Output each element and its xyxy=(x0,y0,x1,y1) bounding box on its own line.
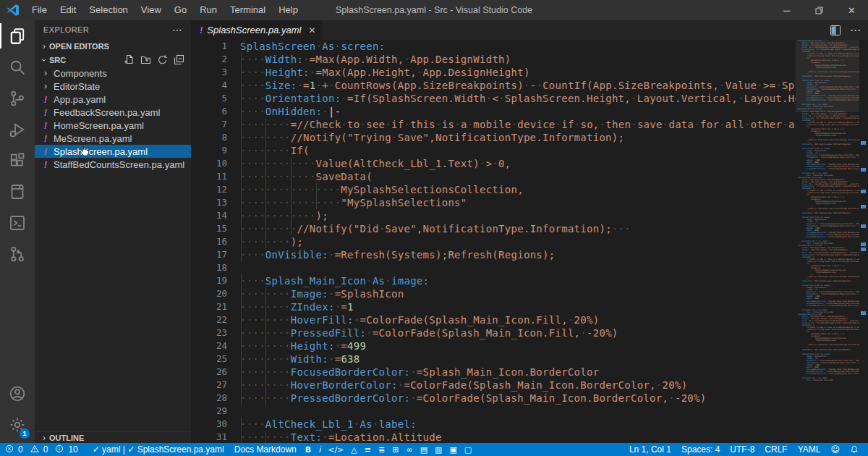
outline-section[interactable]: › OUTLINE xyxy=(35,431,191,443)
run-debug-icon[interactable] xyxy=(0,114,35,145)
tree-item-splashscreen-pa-yaml[interactable]: !SplashScreen.pa.yaml xyxy=(35,145,191,158)
file-import-icon[interactable]: ▥ xyxy=(431,445,446,455)
status-notifications[interactable] xyxy=(845,443,864,456)
code-line-23[interactable]: 23········PressedFill:·=ColorFade(Splash… xyxy=(191,326,796,339)
menu-run[interactable]: Run xyxy=(193,0,224,20)
code-line-26[interactable]: 26········FocusedBorderColor:·=Splash_Ma… xyxy=(191,366,796,379)
minimize-button[interactable]: ─ xyxy=(770,0,803,20)
new-folder-icon[interactable] xyxy=(140,54,150,66)
bold-icon[interactable]: B xyxy=(302,445,315,455)
italic-icon[interactable]: i xyxy=(315,445,324,455)
status-docs-markdown[interactable]: Docs Markdown xyxy=(229,443,302,456)
more-actions-icon[interactable]: ⋯ xyxy=(850,24,861,37)
code-line-10[interactable]: 10············Value(AltCheck_Lbl_1.Text)… xyxy=(191,157,796,170)
file-code-icon[interactable]: ▣ xyxy=(446,445,460,455)
close-button[interactable]: ✕ xyxy=(835,0,868,20)
status-language-mode[interactable]: YAML xyxy=(793,443,826,456)
code-icon[interactable]: </> xyxy=(324,445,347,455)
code-line-22[interactable]: 22········HoverFill:·=ColorFade(Splash_M… xyxy=(191,313,796,326)
code-editor[interactable]: 1SplashScreen·As·screen:2····Width:·=Max… xyxy=(191,40,796,443)
code-line-31[interactable]: 31········Text:·=Location.Altitude xyxy=(191,431,796,443)
pull-request-icon[interactable] xyxy=(0,238,35,269)
status-eol[interactable]: CRLF xyxy=(760,443,792,456)
menu-selection[interactable]: Selection xyxy=(82,0,134,20)
code-line-7[interactable]: 7········=//Check·to·see·if·this·is·a·mo… xyxy=(191,118,796,131)
settings-icon[interactable]: 1 xyxy=(0,409,35,440)
status-indentation[interactable]: Spaces: 4 xyxy=(676,443,725,456)
notebook-icon[interactable] xyxy=(0,176,35,207)
search-icon[interactable] xyxy=(0,51,35,83)
split-editor-icon[interactable] xyxy=(830,25,841,36)
code-line-12[interactable]: 12················MySplashSelectionsColl… xyxy=(191,183,796,196)
problems-indicator[interactable]: 0010 xyxy=(0,443,88,456)
tree-item-editorstate[interactable]: ›EditorState xyxy=(35,80,191,93)
tree-item-mescreen-pa-yaml[interactable]: !MeScreen.pa.yaml xyxy=(35,132,191,145)
status-encoding[interactable]: UTF-8 xyxy=(725,443,760,456)
menu-help[interactable]: Help xyxy=(272,0,305,20)
code-line-19[interactable]: 19····Splash_Main_Icon·As·image: xyxy=(191,274,796,287)
window-icon[interactable]: ▢ xyxy=(461,445,475,455)
code-line-16[interactable]: 16········); xyxy=(191,235,796,248)
menu-terminal[interactable]: Terminal xyxy=(224,0,272,20)
code-line-25[interactable]: 25········Width:·=638 xyxy=(191,352,796,366)
link-icon[interactable]: ∞ xyxy=(402,445,416,455)
code-line-15[interactable]: 15·········//Notify("Did·Save",Notificat… xyxy=(191,222,796,235)
code-line-17[interactable]: 17····OnVisible:·=Refresh(Systems);Refre… xyxy=(191,248,796,261)
status-feedback[interactable]: ☺ xyxy=(825,443,845,456)
tree-item-feedbackscreen-pa-yaml[interactable]: !FeedbackScreen.pa.yaml xyxy=(35,106,191,119)
source-control-icon[interactable] xyxy=(0,83,35,114)
status-cursor-position[interactable]: Ln 1, Col 1 xyxy=(624,443,676,456)
code-line-21[interactable]: 21········ZIndex:·=1 xyxy=(191,300,796,313)
code-line-11[interactable]: 11············SaveData( xyxy=(191,170,796,183)
code-line-3[interactable]: 3····Height:·=Max(App.Height,·App.Design… xyxy=(191,66,796,79)
explorer-icon[interactable] xyxy=(0,20,35,51)
code-line-6[interactable]: 6····OnHidden:·|- xyxy=(191,105,796,118)
code-line-27[interactable]: 27········HoverBorderColor:·=ColorFade(S… xyxy=(191,379,796,392)
code-line-30[interactable]: 30····AltCheck_Lbl_1·As·label: xyxy=(191,418,796,431)
status-yaml-schema[interactable]: ✓ yaml | ✓ SplashScreen.pa.yaml xyxy=(88,443,229,456)
code-line-28[interactable]: 28········PressedBorderColor:·=ColorFade… xyxy=(191,392,796,405)
open-editors-section[interactable]: › OPEN EDITORS xyxy=(35,39,191,54)
refresh-icon[interactable] xyxy=(157,54,167,66)
code-line-5[interactable]: 5····Orientation:·=If(SplashScreen.Width… xyxy=(191,92,796,105)
code-line-8[interactable]: 8········//Notify("Trying·Save",Notifica… xyxy=(191,131,796,144)
new-file-icon[interactable] xyxy=(124,54,134,66)
code-line-24[interactable]: 24········Height:·=499 xyxy=(191,339,796,352)
menu-view[interactable]: View xyxy=(135,0,168,20)
extensions-icon[interactable] xyxy=(0,145,35,176)
code-line-2[interactable]: 2····Width:·=Max(App.Width,·App.DesignWi… xyxy=(191,53,796,66)
menu-go[interactable]: Go xyxy=(168,0,193,20)
numbered-list-icon[interactable]: ≣ xyxy=(375,445,388,455)
file-save-icon[interactable]: ▤ xyxy=(417,445,431,455)
bullet-list-icon[interactable]: ≡ xyxy=(361,445,375,455)
tree-item-homescreen-pa-yaml[interactable]: !HomeScreen.pa.yaml xyxy=(35,119,191,132)
code-line-14[interactable]: 14············); xyxy=(191,209,796,222)
alert-icon[interactable]: △ xyxy=(347,445,360,455)
code-line-29[interactable]: 29 xyxy=(191,405,796,418)
code-line-9[interactable]: 9········If( xyxy=(191,144,796,157)
collapse-all-icon[interactable] xyxy=(174,54,184,66)
close-icon: ✕ xyxy=(848,5,856,16)
code-line-20[interactable]: 20········Image:·=SplashIcon xyxy=(191,287,796,300)
code-line-13[interactable]: 13················"MySplashSelections" xyxy=(191,196,796,209)
insert-table-icon[interactable]: ⊞ xyxy=(388,445,402,455)
code-line-4[interactable]: 4····Size:·=1·+·CountRows(App.SizeBreakp… xyxy=(191,79,796,92)
sidebar-more-actions[interactable]: ⋯ xyxy=(172,24,182,35)
menu-file[interactable]: File xyxy=(25,0,54,20)
tab-close-icon[interactable]: ✕ xyxy=(308,25,315,35)
line-number: 27 xyxy=(191,379,240,392)
code-line-1[interactable]: 1SplashScreen·As·screen: xyxy=(191,40,796,53)
terminal-icon[interactable] xyxy=(0,207,35,238)
code-line-18[interactable]: 18 xyxy=(191,261,796,274)
account-icon[interactable] xyxy=(0,378,35,409)
warning-icon xyxy=(30,444,39,455)
src-section-header[interactable]: › SRC xyxy=(35,54,191,67)
restore-button[interactable] xyxy=(803,0,835,20)
tree-item-app-pa-yaml[interactable]: !App.pa.yaml xyxy=(35,93,191,106)
tab-splashscreen[interactable]: ! SplashScreen.pa.yaml ✕ xyxy=(191,20,323,40)
minimap[interactable]: SplashScreen As screen: Width: =Max(App.… xyxy=(796,40,859,443)
tree-item-staffbedcountsscreen-pa-yaml[interactable]: !StaffBedCountsScreen.pa.yaml xyxy=(35,158,191,171)
menu-edit[interactable]: Edit xyxy=(54,0,82,20)
tree-item-components[interactable]: ›Components xyxy=(35,67,191,80)
minimap-slider[interactable] xyxy=(796,40,859,112)
